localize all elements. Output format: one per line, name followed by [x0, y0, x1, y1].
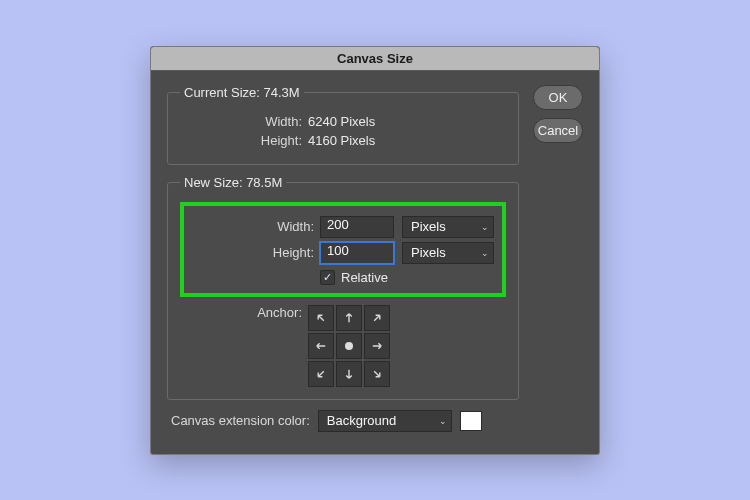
relative-checkbox[interactable]: ✓: [320, 270, 335, 285]
extension-color-select[interactable]: Background ⌄: [318, 410, 452, 432]
anchor-sw[interactable]: [308, 361, 334, 387]
extension-color-label: Canvas extension color:: [171, 413, 316, 428]
anchor-ne[interactable]: [364, 305, 390, 331]
current-height-label: Height:: [180, 133, 308, 148]
new-height-unit-value: Pixels: [411, 245, 446, 260]
extension-color-row: Canvas extension color: Background ⌄: [167, 410, 519, 432]
chevron-down-icon: ⌄: [439, 416, 447, 426]
current-width-value: 6240 Pixels: [308, 114, 375, 129]
anchor-e[interactable]: [364, 333, 390, 359]
canvas-size-dialog: Canvas Size Current Size: 74.3M Width: 6…: [150, 46, 600, 455]
current-size-legend: Current Size: 74.3M: [180, 85, 304, 100]
new-height-input[interactable]: 100: [320, 242, 394, 264]
anchor-n[interactable]: [336, 305, 362, 331]
anchor-grid: [308, 305, 390, 387]
dialog-title: Canvas Size: [151, 47, 599, 71]
new-width-unit-value: Pixels: [411, 219, 446, 234]
extension-color-value: Background: [327, 413, 396, 428]
extension-color-swatch[interactable]: [460, 411, 482, 431]
dialog-main-column: Current Size: 74.3M Width: 6240 Pixels H…: [167, 85, 519, 432]
new-height-label: Height:: [192, 245, 320, 260]
anchor-nw[interactable]: [308, 305, 334, 331]
anchor-s[interactable]: [336, 361, 362, 387]
cancel-button[interactable]: Cancel: [533, 118, 583, 143]
dialog-button-column: OK Cancel: [533, 85, 583, 432]
current-height-value: 4160 Pixels: [308, 133, 375, 148]
current-size-group: Current Size: 74.3M Width: 6240 Pixels H…: [167, 85, 519, 165]
anchor-label: Anchor:: [180, 305, 308, 320]
chevron-down-icon: ⌄: [481, 248, 489, 258]
new-width-input[interactable]: 200: [320, 216, 394, 238]
new-size-legend: New Size: 78.5M: [180, 175, 286, 190]
anchor-center-dot-icon: [345, 342, 353, 350]
anchor-w[interactable]: [308, 333, 334, 359]
new-width-label: Width:: [192, 219, 320, 234]
ok-button[interactable]: OK: [533, 85, 583, 110]
new-width-unit-select[interactable]: Pixels ⌄: [402, 216, 494, 238]
annotation-highlight: Width: 200 Pixels ⌄ Height: 100 Pixels ⌄: [180, 202, 506, 297]
chevron-down-icon: ⌄: [481, 222, 489, 232]
anchor-center[interactable]: [336, 333, 362, 359]
dialog-body: Current Size: 74.3M Width: 6240 Pixels H…: [151, 71, 599, 454]
relative-label: Relative: [341, 270, 388, 285]
checkmark-icon: ✓: [323, 271, 332, 284]
new-height-unit-select[interactable]: Pixels ⌄: [402, 242, 494, 264]
current-width-label: Width:: [180, 114, 308, 129]
anchor-se[interactable]: [364, 361, 390, 387]
new-size-group: New Size: 78.5M Width: 200 Pixels ⌄ Heig…: [167, 175, 519, 400]
